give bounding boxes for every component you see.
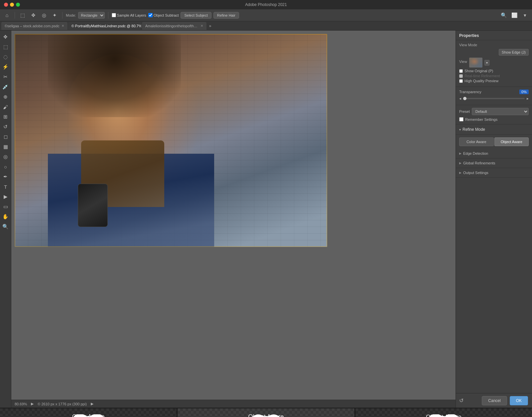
preset-select[interactable]: Default Custom <box>472 108 529 115</box>
maximize-button[interactable] <box>16 3 20 7</box>
zoom-icon[interactable]: 🔍 <box>1 222 10 231</box>
lasso-icon[interactable]: ◎ <box>40 11 48 20</box>
tab-0[interactable]: ©seligaa – stock.adobe.com.psdc ✕ <box>1 22 67 30</box>
canvas-image[interactable] <box>15 34 327 247</box>
transparency-slider-track[interactable] <box>463 98 525 99</box>
marquee-icon[interactable]: ⬚ <box>18 11 27 20</box>
toolbar: ⌂ ⬚ ✥ ◎ ✦ Mode: Rectangle Ellipse Lasso … <box>0 9 532 21</box>
eyedropper-icon[interactable]: 💉 <box>1 83 10 91</box>
canvas-wrap[interactable] <box>11 31 456 400</box>
real-time-row: Real-time Refinement <box>459 74 529 78</box>
show-original-checkbox[interactable] <box>459 69 463 73</box>
canvas-area: 80.69% ▶ © 2610 px x 1776 px (300 ppi) ▶ <box>11 31 456 408</box>
remember-settings-row: Remember Settings <box>459 117 529 121</box>
tab-2[interactable]: Amalelionissittingonthetopoftherocklooki… <box>142 22 206 30</box>
ok-button[interactable]: OK <box>510 396 528 405</box>
home-icon[interactable]: ⌂ <box>3 11 11 20</box>
sample-layers-label[interactable]: Sample All Layers <box>112 13 146 17</box>
transparency-slider-row: ◂ ▸ <box>459 96 529 101</box>
object-aware-button[interactable]: Object Aware <box>494 137 529 146</box>
reset-button[interactable]: ↺ <box>459 397 464 404</box>
refine-hair-button[interactable]: Refine Hair <box>213 12 239 19</box>
view-row: View ▾ <box>459 58 529 68</box>
tab-1[interactable]: © PortraitByMatthiasLindner.psdc @ 80.7%… <box>68 22 141 30</box>
mode-select[interactable]: Rectangle Ellipse Lasso <box>78 12 105 19</box>
path-select-icon[interactable]: ▶ <box>1 192 10 201</box>
move-icon[interactable]: ✥ <box>29 11 38 20</box>
show-edge-row: Show Edge (J) <box>459 49 529 56</box>
tab-0-close[interactable]: ✕ <box>62 24 64 28</box>
separator <box>15 12 15 19</box>
brush-icon[interactable]: 🖌 <box>1 103 10 111</box>
clone-icon[interactable]: ⊞ <box>1 112 10 121</box>
show-edge-button[interactable]: Show Edge (J) <box>499 49 529 56</box>
minimize-button[interactable] <box>10 3 14 7</box>
transparency-row: Transparency 0% <box>459 90 529 94</box>
output-settings-header[interactable]: ▶ Output Settings <box>456 168 532 178</box>
tabs-bar: ©seligaa – stock.adobe.com.psdc ✕ © Port… <box>0 21 532 31</box>
search-icon[interactable]: 🔍 <box>499 11 508 20</box>
select-tool-icon[interactable]: ⬚ <box>1 43 10 51</box>
shape-icon[interactable]: ▭ <box>1 202 10 211</box>
dodge-icon[interactable]: ○ <box>1 162 10 171</box>
global-refinements-header[interactable]: ▶ Global Refinements <box>456 158 532 168</box>
view-label: View <box>459 60 467 64</box>
global-refinements-label: Global Refinements <box>463 161 495 165</box>
blur-icon[interactable]: ◎ <box>1 152 10 161</box>
tab-2-label: Amalelionissittingonthetopoftherocklooki… <box>145 24 199 28</box>
tab-2-close[interactable]: ✕ <box>200 24 203 28</box>
expand-icon-2[interactable]: ▶ <box>91 402 93 406</box>
crop-tool-icon[interactable]: ✂ <box>1 73 10 81</box>
comparison-label-1: Color Aware <box>72 413 105 417</box>
transparency-section: Transparency 0% ◂ ▸ <box>456 87 532 105</box>
mode-label: Mode: <box>66 13 76 17</box>
color-aware-button[interactable]: Color Aware <box>459 137 494 146</box>
slider-right-arrow[interactable]: ▸ <box>527 96 529 101</box>
high-quality-checkbox[interactable] <box>459 79 463 83</box>
dimensions: © 2610 px x 1776 px (300 ppi) <box>38 402 87 406</box>
hand-icon[interactable]: ✋ <box>1 212 10 221</box>
high-quality-label: High Quality Preview <box>465 79 498 83</box>
refine-mode-header[interactable]: ▾ Refine Mode <box>456 124 532 135</box>
preset-label: Preset <box>459 109 470 113</box>
remember-settings-label: Remember Settings <box>465 117 497 121</box>
pen-icon[interactable]: ✒ <box>1 172 10 181</box>
view-dropdown-button[interactable]: ▾ <box>484 60 489 66</box>
screen-mode-icon[interactable]: ⬜ <box>510 11 519 20</box>
view-thumbnail[interactable] <box>469 58 482 68</box>
zoom-level: 80.69% <box>15 402 27 406</box>
transparency-label: Transparency <box>459 90 517 94</box>
healing-icon[interactable]: ⊕ <box>1 93 10 101</box>
transparency-slider-thumb[interactable] <box>463 97 466 100</box>
magic-icon[interactable]: ✦ <box>50 11 59 20</box>
eraser-icon[interactable]: ◻ <box>1 132 10 141</box>
close-button[interactable] <box>4 3 8 7</box>
slider-left-arrow[interactable]: ◂ <box>459 96 461 101</box>
comparison-area: Color Aware Object Aware Object Aware <box>0 408 532 417</box>
refine-mode-chevron: ▾ <box>459 128 461 131</box>
tabs-overflow[interactable]: » <box>207 24 213 28</box>
object-subtract-checkbox[interactable] <box>148 13 153 17</box>
real-time-checkbox[interactable] <box>459 74 463 78</box>
sample-layers-checkbox[interactable] <box>112 13 116 17</box>
selection-border <box>15 34 327 247</box>
global-refinements-chevron: ▶ <box>459 161 462 165</box>
expand-icon[interactable]: ▶ <box>31 402 34 406</box>
remember-settings-checkbox[interactable] <box>459 117 464 121</box>
object-subtract-label[interactable]: Object Subtract <box>148 13 179 17</box>
text-icon[interactable]: T <box>1 182 10 191</box>
canvas-statusbar: 80.69% ▶ © 2610 px x 1776 px (300 ppi) ▶ <box>11 400 456 408</box>
quick-select-icon[interactable]: ⚡ <box>1 63 10 71</box>
app-title: Adobe Photoshop 2021 <box>245 2 287 7</box>
cancel-button[interactable]: Cancel <box>482 396 507 405</box>
lasso-tool-icon[interactable]: ◌ <box>1 53 10 61</box>
edge-detection-label: Edge Detection <box>463 151 488 155</box>
edge-detection-header[interactable]: ▶ Edge Detection <box>456 149 532 158</box>
select-subject-button[interactable]: Select Subject <box>181 12 211 19</box>
transparency-value[interactable]: 0% <box>519 90 529 94</box>
gradient-icon[interactable]: ▦ <box>1 142 10 151</box>
history-brush-icon[interactable]: ↺ <box>1 122 10 131</box>
more-icon[interactable]: ▾ <box>521 11 529 20</box>
main-area: ✥ ⬚ ◌ ⚡ ✂ 💉 ⊕ 🖌 ⊞ ↺ ◻ ▦ ◎ ○ ✒ T ▶ ▭ ✋ 🔍 <box>0 31 532 408</box>
move-tool-icon[interactable]: ✥ <box>1 33 10 41</box>
